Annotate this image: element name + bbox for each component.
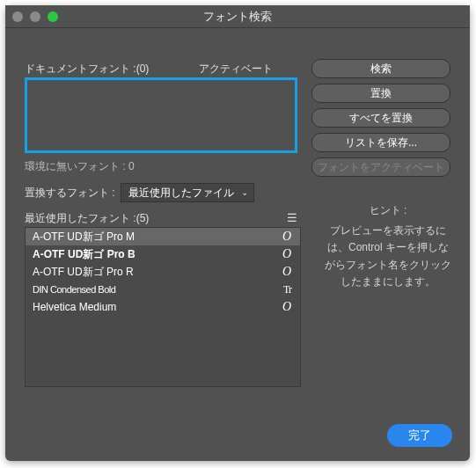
font-name: DIN Condensed Bold [33,284,115,295]
font-type-icon: O [282,300,291,314]
font-name: A-OTF UD新ゴ Pro M [33,230,135,245]
window-title: フォント検索 [5,9,470,25]
font-name: A-OTF UD新ゴ Pro R [33,265,134,280]
hint-title: ヒント : [322,202,454,219]
font-search-dialog: フォント検索 ドキュメントフォント :(0) アクティベート 環境に無いフォント… [5,5,470,461]
replace-button[interactable]: 置換 [311,84,450,103]
replace-all-button[interactable]: すべてを置換 [311,108,450,128]
font-name: A-OTF UD新ゴ Pro B [33,247,135,262]
activate-font-button: フォントをアクティベート [311,157,450,177]
missing-fonts-label: 環境に無いフォント : 0 [25,159,135,174]
list-empty-area [26,316,300,386]
hint-body: プレビューを表示するには、Control キーを押しながらフォント名をクリックし… [325,224,451,288]
activate-column-label: アクティベート [199,62,273,77]
document-font-list[interactable] [25,77,297,153]
font-row[interactable]: A-OTF UD新ゴ Pro R O [26,263,300,281]
font-type-icon: O [282,247,291,261]
save-list-button[interactable]: リストを保存... [311,133,450,152]
titlebar: フォント検索 [5,5,470,28]
action-buttons: 検索 置換 すべてを置換 リストを保存... フォントをアクティベート [311,59,450,177]
font-row[interactable]: DIN Condensed Bold Tr [26,281,300,298]
search-button[interactable]: 検索 [311,59,450,78]
font-type-icon: Tr [283,283,291,296]
hint-text: ヒント : プレビューを表示するには、Control キーを押しながらフォント名… [322,202,454,290]
chevron-down-icon: ⌄ [241,187,248,197]
recent-fonts-list: A-OTF UD新ゴ Pro M O A-OTF UD新ゴ Pro B O A-… [25,227,301,387]
replace-font-select[interactable]: 最近使用したファイル ⌄ [121,183,254,202]
font-type-icon: O [282,230,291,244]
replace-font-label: 置換するフォント : [25,186,115,201]
list-options-icon[interactable]: ☰ [287,211,297,224]
content: ドキュメントフォント :(0) アクティベート 環境に無いフォント : 0 置換… [5,28,470,461]
font-row[interactable]: A-OTF UD新ゴ Pro B O [26,245,300,263]
font-type-icon: O [282,265,291,279]
done-button[interactable]: 完了 [387,424,452,447]
font-row[interactable]: A-OTF UD新ゴ Pro M O [26,228,300,245]
recent-fonts-label: 最近使用したフォント :(5) [25,211,149,226]
document-font-label: ドキュメントフォント :(0) [25,62,149,77]
font-name: Helvetica Medium [33,301,116,313]
font-row[interactable]: Helvetica Medium O [26,298,300,316]
replace-font-value: 最近使用したファイル [128,186,234,201]
replace-row: 置換するフォント : 最近使用したファイル ⌄ [25,183,254,202]
